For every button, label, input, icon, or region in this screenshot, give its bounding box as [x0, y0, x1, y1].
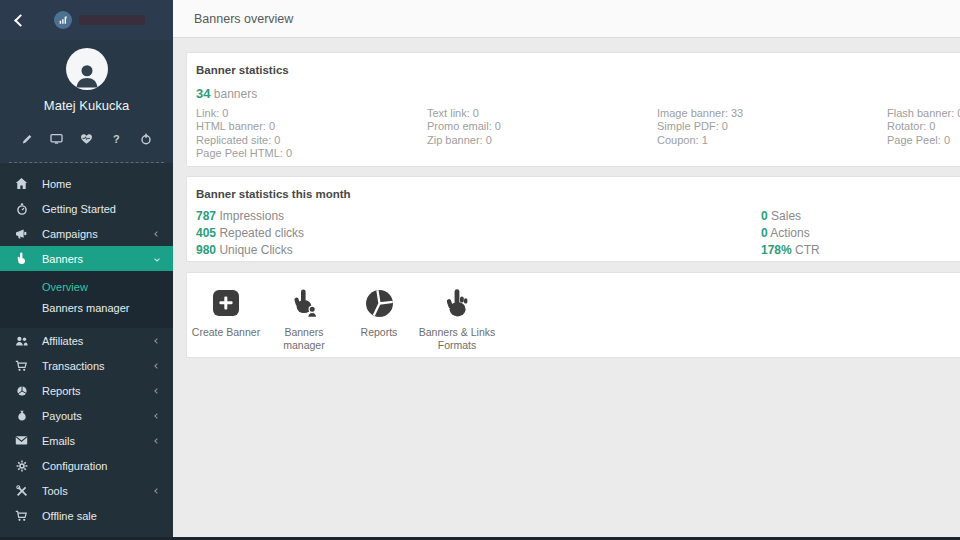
stat-flash-banner: Flash banner: 0: [887, 107, 960, 120]
sidebar-item-banners[interactable]: Banners: [0, 246, 173, 271]
envelope-icon: [15, 434, 28, 447]
stat-zip-banner: Zip banner: 0: [427, 134, 501, 147]
create-banner-plus-icon: [213, 290, 239, 316]
chevron-left-icon: [154, 438, 160, 444]
month-stats-right: 0 Sales 0 Actions 178% CTR: [761, 208, 820, 259]
submenu-item-overview[interactable]: Overview: [0, 277, 173, 298]
power-icon[interactable]: [139, 132, 153, 146]
stat-unique-clicks: 980 Unique Clicks: [196, 242, 304, 259]
stats-column-1: Link: 0 HTML banner: 0 Replicated site: …: [196, 107, 292, 161]
banners-total: 34 banners: [196, 86, 960, 101]
sidebar-item-home[interactable]: Home: [0, 171, 173, 196]
shortcut-banners-links-formats[interactable]: Banners & Links Formats: [415, 286, 499, 357]
stat-coupon: Coupon: 1: [657, 134, 743, 147]
back-button[interactable]: [0, 0, 40, 40]
topbar: [0, 0, 173, 40]
stat-text-link: Text link: 0: [427, 107, 501, 120]
chevron-left-icon: [154, 363, 160, 369]
panel-title: Banner statistics this month: [196, 188, 960, 200]
chevron-down-icon: [154, 256, 160, 262]
sidebar-item-reports[interactable]: Reports: [0, 378, 173, 403]
stat-actions: 0 Actions: [761, 225, 820, 242]
stat-replicated-site: Replicated site: 0: [196, 134, 292, 147]
tools-icon: [15, 484, 28, 497]
monitor-icon[interactable]: [50, 132, 64, 146]
stat-repeated-clicks: 405 Repeated clicks: [196, 225, 304, 242]
heartbeat-icon[interactable]: [80, 132, 94, 146]
banners-total-value: 34: [196, 86, 210, 101]
chevron-left-icon: [14, 14, 27, 27]
sidebar-item-affiliates[interactable]: Affiliates: [0, 328, 173, 353]
stats-column-3: Image banner: 33 Simple PDF: 0 Coupon: 1: [657, 107, 743, 147]
sidebar-nav: Home Getting Started Campaigns Banners O…: [0, 171, 173, 528]
banner-statistics-panel: Banner statistics 34 banners Link: 0 HTM…: [186, 52, 960, 167]
stat-ctr: 178% CTR: [761, 242, 820, 259]
shortcuts-panel: Create Banner Banners manager: [186, 272, 960, 358]
cursor-user-icon: [289, 288, 319, 318]
stopwatch-icon: [15, 202, 28, 215]
stat-page-peel-html: Page Peel HTML: 0: [196, 147, 292, 160]
submenu-item-banners-manager[interactable]: Banners manager: [0, 298, 173, 319]
sidebar-item-offline-sale[interactable]: Offline sale: [0, 503, 173, 528]
person-icon: [72, 60, 102, 90]
help-icon[interactable]: ?: [109, 132, 123, 146]
chevron-left-icon: [154, 231, 160, 237]
cart-icon: [15, 509, 28, 522]
stat-sales: 0 Sales: [761, 208, 820, 225]
profile-actions: ?: [0, 132, 173, 146]
megaphone-icon: [15, 227, 28, 240]
money-bag-icon: [15, 409, 28, 422]
chevron-left-icon: [154, 388, 160, 394]
stat-impressions: 787 Impressions: [196, 208, 304, 225]
gear-icon: [15, 459, 28, 472]
page-title: Banners overview: [194, 12, 293, 26]
month-statistics-panel: Banner statistics this month 787 Impress…: [186, 176, 960, 262]
pie-chart-icon: [15, 384, 28, 397]
cart-icon: [15, 359, 28, 372]
sidebar-item-transactions[interactable]: Transactions: [0, 353, 173, 378]
banner-stats-columns: Link: 0 HTML banner: 0 Replicated site: …: [196, 107, 960, 163]
users-icon: [15, 334, 28, 347]
sidebar-item-payouts[interactable]: Payouts: [0, 403, 173, 428]
chevron-left-icon: [154, 413, 160, 419]
banners-total-label: banners: [214, 87, 257, 101]
hand-pointer-icon: [15, 252, 28, 265]
stat-page-peel: Page Peel: 0: [887, 134, 960, 147]
month-stats-left: 787 Impressions 405 Repeated clicks 980 …: [196, 208, 304, 259]
shortcut-banners-manager[interactable]: Banners manager: [265, 286, 343, 357]
page-header: Banners overview: [173, 0, 960, 38]
app-logo: [54, 11, 72, 29]
stat-promo-email: Promo email: 0: [427, 120, 501, 133]
chart-logo-icon: [58, 15, 69, 26]
user-name: Matej Kukucka: [0, 98, 173, 113]
shortcut-reports[interactable]: Reports: [343, 286, 415, 357]
sidebar-item-configuration[interactable]: Configuration: [0, 453, 173, 478]
banners-submenu: Overview Banners manager: [0, 271, 173, 328]
sidebar-item-campaigns[interactable]: Campaigns: [0, 221, 173, 246]
stats-column-4: Flash banner: 0 Rotator: 0 Page Peel: 0: [887, 107, 960, 147]
shortcut-create-banner[interactable]: Create Banner: [187, 286, 265, 357]
sidebar-item-tools[interactable]: Tools: [0, 478, 173, 503]
divider: [9, 162, 164, 163]
stat-simple-pdf: Simple PDF: 0: [657, 120, 743, 133]
hand-pointer-icon: [444, 288, 470, 318]
sidebar-item-emails[interactable]: Emails: [0, 428, 173, 453]
pie-chart-icon: [365, 289, 394, 318]
chevron-left-icon: [154, 488, 160, 494]
brand-logo-text: [79, 15, 145, 25]
sidebar: Matej Kukucka ? Home: [0, 40, 173, 540]
main-content: Banner statistics 34 banners Link: 0 HTM…: [173, 38, 960, 537]
stat-link: Link: 0: [196, 107, 292, 120]
edit-pencil-icon[interactable]: [20, 132, 34, 146]
panel-title: Banner statistics: [196, 64, 960, 76]
stats-column-2: Text link: 0 Promo email: 0 Zip banner: …: [427, 107, 501, 147]
sidebar-item-getting-started[interactable]: Getting Started: [0, 196, 173, 221]
stat-rotator: Rotator: 0: [887, 120, 960, 133]
stat-html-banner: HTML banner: 0: [196, 120, 292, 133]
chevron-left-icon: [154, 338, 160, 344]
home-icon: [15, 177, 28, 190]
user-profile: Matej Kukucka ?: [0, 40, 173, 163]
stat-image-banner: Image banner: 33: [657, 107, 743, 120]
avatar: [66, 48, 108, 90]
